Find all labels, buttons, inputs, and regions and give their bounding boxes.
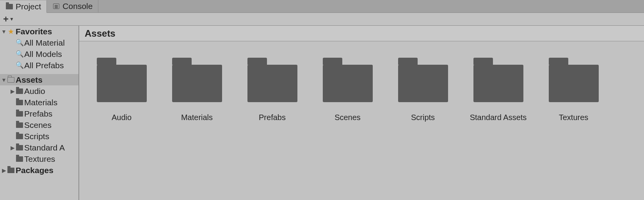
asset-label: Standard Assets: [470, 113, 527, 122]
disclosure-triangle-icon[interactable]: ▼: [1, 77, 7, 83]
disclosure-triangle-icon[interactable]: ▶: [9, 145, 16, 151]
console-icon: [52, 4, 60, 9]
tree-folder-standard-assets[interactable]: ▶ Standard A: [0, 142, 78, 153]
folder-icon: [16, 134, 23, 139]
asset-folder-scenes[interactable]: Scenes: [322, 60, 374, 122]
folder-icon: [398, 65, 448, 102]
asset-label: Scenes: [334, 113, 361, 122]
tree-label: Scenes: [23, 120, 52, 130]
tree-folder-prefabs[interactable]: ▶ Prefabs: [0, 108, 78, 119]
asset-label: Prefabs: [259, 113, 286, 122]
folder-icon: [16, 122, 23, 128]
asset-folder-textures[interactable]: Textures: [548, 60, 600, 122]
folder-icon: [323, 65, 373, 102]
search-icon: 🔍: [16, 51, 23, 57]
tab-project[interactable]: Project: [0, 0, 47, 13]
folder-icon: [247, 65, 297, 102]
asset-folder-materials[interactable]: Materials: [171, 60, 223, 122]
tree-folder-audio[interactable]: ▶ Audio: [0, 85, 78, 97]
star-icon: ★: [7, 28, 15, 35]
project-tree-sidebar: ▼ ★ Favorites ▶ 🔍 All Material ▶ 🔍 All M…: [0, 26, 79, 200]
tree-packages-root[interactable]: ▶ Packages: [0, 165, 78, 176]
tree-label: Audio: [23, 87, 45, 96]
tree-label: Assets: [15, 75, 43, 85]
tree-favorite-all-prefabs[interactable]: ▶ 🔍 All Prefabs: [0, 60, 78, 71]
asset-label: Scripts: [411, 113, 435, 122]
tree-folder-scripts[interactable]: ▶ Scripts: [0, 131, 78, 142]
search-icon: 🔍: [16, 62, 23, 69]
breadcrumb-label: Assets: [85, 28, 116, 39]
asset-folder-audio[interactable]: Audio: [96, 60, 148, 122]
tree-favorite-all-models[interactable]: ▶ 🔍 All Models: [0, 48, 78, 60]
folder-icon: [16, 145, 23, 150]
tree-label: All Models: [23, 50, 62, 59]
asset-grid: Audio Materials Prefabs Scenes Scripts S…: [79, 41, 644, 200]
tree-label: Packages: [15, 166, 53, 175]
chevron-down-icon: ▼: [9, 16, 14, 22]
folder-icon: [7, 77, 15, 83]
create-asset-button[interactable]: + ▼: [3, 14, 14, 25]
asset-label: Textures: [559, 113, 589, 122]
search-icon: 🔍: [16, 39, 23, 46]
tree-favorites[interactable]: ▼ ★ Favorites: [0, 26, 78, 37]
tree-favorite-all-material[interactable]: ▶ 🔍 All Material: [0, 37, 78, 48]
folder-icon: [16, 111, 23, 117]
folder-icon: [5, 4, 13, 9]
tree-folder-scenes[interactable]: ▶ Scenes: [0, 119, 78, 131]
tree-folder-textures[interactable]: ▶ Textures: [0, 153, 78, 165]
tab-bar: Project Console: [0, 0, 644, 13]
asset-folder-prefabs[interactable]: Prefabs: [246, 60, 298, 122]
asset-folder-standard-assets[interactable]: Standard Assets: [472, 60, 524, 122]
tree-label: All Material: [23, 38, 65, 48]
disclosure-triangle-icon[interactable]: ▶: [1, 167, 7, 173]
project-content: Assets Audio Materials Prefabs Scenes Sc…: [79, 26, 644, 200]
asset-label: Materials: [181, 113, 213, 122]
folder-icon: [16, 156, 23, 162]
tab-label: Project: [16, 2, 41, 11]
tree-folder-materials[interactable]: ▶ Materials: [0, 97, 78, 108]
tree-label: Scripts: [23, 132, 49, 141]
tree-label: All Prefabs: [23, 61, 64, 70]
tree-label: Textures: [23, 154, 55, 164]
tree-label: Standard A: [23, 143, 65, 152]
tree-label: Favorites: [15, 27, 52, 36]
tab-console[interactable]: Console: [47, 0, 98, 12]
breadcrumb[interactable]: Assets: [79, 26, 644, 41]
folder-icon: [16, 88, 23, 94]
folder-icon: [7, 168, 15, 173]
folder-icon: [549, 65, 599, 102]
folder-icon: [16, 100, 23, 105]
tree-assets-root[interactable]: ▼ Assets: [0, 74, 78, 85]
plus-icon: +: [3, 14, 9, 25]
disclosure-triangle-icon[interactable]: ▼: [1, 28, 7, 35]
disclosure-triangle-icon[interactable]: ▶: [9, 88, 16, 94]
project-toolbar: + ▼: [0, 13, 644, 26]
folder-icon: [97, 65, 147, 102]
asset-label: Audio: [112, 113, 132, 122]
tree-label: Materials: [23, 98, 57, 107]
tab-label: Console: [62, 2, 93, 11]
folder-icon: [473, 65, 523, 102]
tree-label: Prefabs: [23, 109, 52, 119]
folder-icon: [172, 65, 222, 102]
asset-folder-scripts[interactable]: Scripts: [397, 60, 449, 122]
